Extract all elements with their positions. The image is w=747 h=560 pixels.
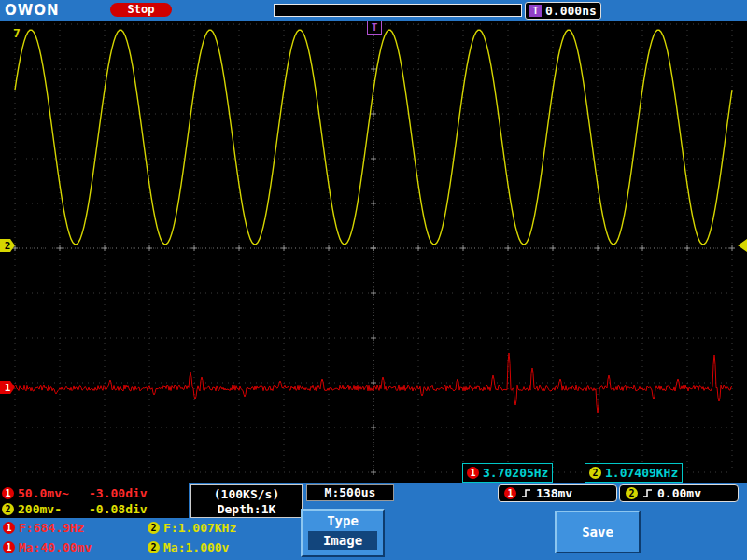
memory-position-bar[interactable]	[274, 4, 522, 17]
channel2-badge: 2	[148, 541, 160, 553]
channel2-badge: 2	[626, 487, 638, 499]
ch1-volts-per-div: 50.0mv~	[18, 486, 85, 500]
channel2-badge: 2	[2, 503, 14, 515]
channel1-badge: 1	[3, 541, 15, 553]
ch1-amplitude-readout: 1 Ma:40.00mv	[3, 539, 92, 554]
freq-measure-ch2-box: 2 1.07409KHz	[585, 463, 683, 483]
ch2-amplitude-readout: 2 Ma:1.000v	[148, 539, 229, 554]
trigger-icon: T	[529, 5, 542, 17]
rising-edge-icon	[521, 488, 531, 498]
channel1-badge: 1	[3, 522, 15, 534]
ch1-freq-readout: 1 F:684.9Hz	[3, 520, 84, 535]
trigger2-box: 2 0.00mv	[619, 484, 739, 502]
trigger2-level: 0.00mv	[657, 486, 701, 500]
record-depth: Depth:1K	[191, 502, 302, 516]
run-state-button[interactable]: Stop	[110, 3, 172, 17]
ch1-offset: -3.00div	[89, 486, 148, 500]
type-button-label: Type	[303, 513, 383, 528]
ch2-amplitude-value: Ma:1.000v	[163, 540, 229, 554]
channel1-badge: 1	[504, 487, 516, 499]
save-button-label: Save	[582, 525, 613, 539]
channel-settings-block: 1 50.0mv~ -3.00div 2 200mv- -0.08div	[0, 483, 189, 518]
trigger-level-arrow[interactable]	[738, 239, 747, 252]
ch2-offset: -0.08div	[89, 502, 148, 516]
top-left-marker: 7	[13, 26, 21, 40]
ch2-settings-row: 2 200mv- -0.08div	[0, 501, 189, 517]
trigger-position-marker[interactable]: T	[367, 21, 382, 35]
freq-measure-ch2-value: 1.07409KHz	[605, 466, 678, 480]
ch1-amplitude-value: Ma:40.00mv	[19, 540, 92, 554]
sample-rate: (100KS/s)	[191, 487, 302, 501]
channel2-badge: 2	[589, 467, 601, 479]
acquisition-box: (100KS/s) Depth:1K	[190, 484, 303, 518]
waveform-area: 7 T 2 1 1 3.70205Hz 2 1.07409KHz	[0, 21, 747, 483]
type-button[interactable]: Type Image	[301, 509, 385, 557]
brand-logo: OWON	[5, 2, 60, 19]
trigger1-level: 138mv	[536, 486, 572, 500]
channel1-badge: 1	[2, 487, 14, 499]
trigger-time-value: 0.000ns	[545, 4, 597, 18]
waveform-display	[0, 21, 747, 483]
type-button-value: Image	[308, 531, 377, 550]
ch2-freq-readout: 2 F:1.007KHz	[148, 520, 236, 535]
rising-edge-icon	[642, 488, 653, 498]
channel2-badge: 2	[148, 522, 160, 534]
freq-measure-ch1-box: 1 3.70205Hz	[462, 463, 553, 483]
ch1-settings-row: 1 50.0mv~ -3.00div	[0, 485, 189, 501]
ch2-freq-value: F:1.007KHz	[163, 521, 236, 535]
trigger1-box: 1 138mv	[498, 484, 617, 502]
top-bar: OWON Stop T 0.000ns	[0, 0, 747, 21]
ch2-volts-per-div: 200mv-	[18, 502, 85, 516]
save-button[interactable]: Save	[555, 511, 641, 553]
channel1-badge: 1	[467, 467, 479, 479]
freq-measure-ch1-value: 3.70205Hz	[483, 466, 548, 480]
trigger-time-box: T 0.000ns	[525, 2, 601, 20]
status-bar: 1 50.0mv~ -3.00div 2 200mv- -0.08div (10…	[0, 483, 747, 560]
ch1-freq-value: F:684.9Hz	[19, 521, 84, 535]
timebase-box[interactable]: M:500us	[306, 484, 394, 501]
oscilloscope-screen: OWON Stop T 0.000ns 7 T 2 1 1 3.70205Hz …	[0, 0, 747, 560]
